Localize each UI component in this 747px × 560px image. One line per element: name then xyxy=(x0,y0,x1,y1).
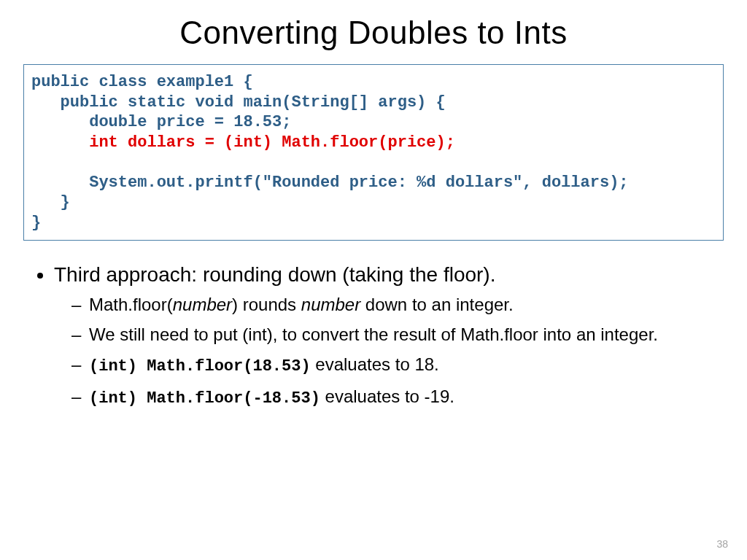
sub-item-3: (int) Math.floor(18.53) evaluates to 18. xyxy=(71,353,724,378)
sub-1-part-e: down to an integer. xyxy=(360,295,513,314)
code-line-4: int dollars = (int) Math.floor(price); xyxy=(31,133,455,152)
bullet-list: Third approach: rounding down (taking th… xyxy=(23,261,724,409)
sub-4-code: (int) Math.floor(-18.53) xyxy=(89,389,320,408)
code-line-8: } xyxy=(31,214,41,232)
page-number: 38 xyxy=(716,538,728,550)
sub-3-code: (int) Math.floor(18.53) xyxy=(89,357,311,376)
sub-item-1: Math.floor(number) rounds number down to… xyxy=(71,293,724,316)
sub-1-part-b: number xyxy=(173,295,232,314)
sub-3-text: evaluates to 18. xyxy=(311,354,439,374)
code-line-6: System.out.printf("Rounded price: %d dol… xyxy=(31,174,629,192)
sub-2-text: We still need to put (int), to convert t… xyxy=(89,324,658,344)
slide: Converting Doubles to Ints public class … xyxy=(0,0,747,560)
sub-1-part-a: Math.floor( xyxy=(89,295,173,314)
code-block: public class example1 { public static vo… xyxy=(23,64,724,241)
bullet-1-text: Third approach: rounding down (taking th… xyxy=(54,263,495,286)
sub-1-part-d: number xyxy=(301,295,360,314)
sub-1-part-c: ) rounds xyxy=(232,295,301,314)
bullet-item-1: Third approach: rounding down (taking th… xyxy=(54,261,724,409)
code-line-7: } xyxy=(31,193,70,211)
code-line-1: public class example1 { xyxy=(31,73,253,91)
sub-4-text: evaluates to -19. xyxy=(320,386,454,406)
sub-bullet-list: Math.floor(number) rounds number down to… xyxy=(54,293,724,410)
slide-title: Converting Doubles to Ints xyxy=(23,15,724,51)
code-line-3: double price = 18.53; xyxy=(31,113,291,131)
sub-item-4: (int) Math.floor(-18.53) evaluates to -1… xyxy=(71,385,724,410)
code-line-2: public static void main(String[] args) { xyxy=(31,93,446,112)
sub-item-2: We still need to put (int), to convert t… xyxy=(71,323,724,346)
